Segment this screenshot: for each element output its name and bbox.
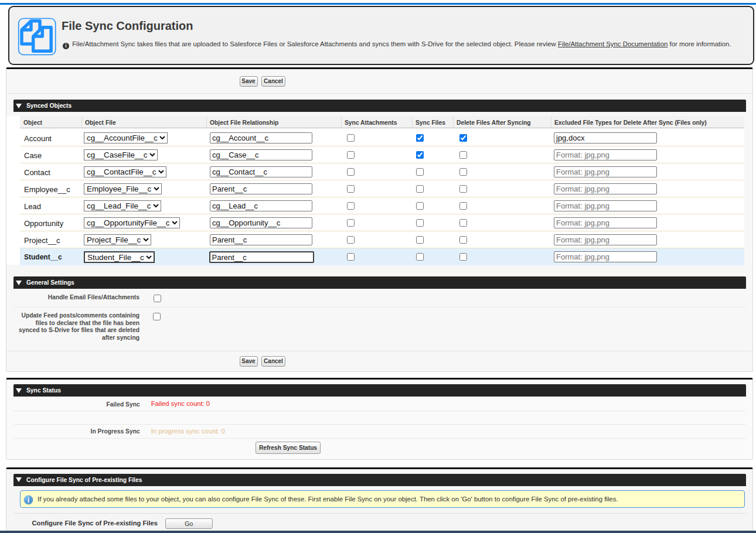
svg-text:i: i <box>28 496 30 504</box>
